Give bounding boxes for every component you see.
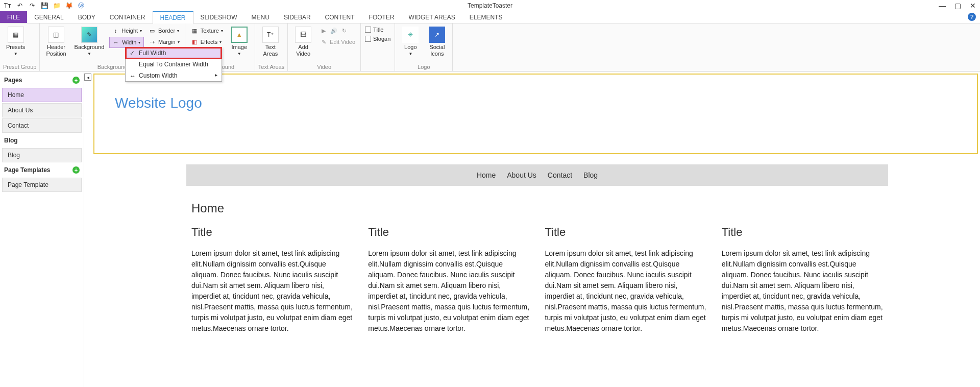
website-logo-text[interactable]: Website Logo — [115, 95, 957, 111]
tab-body[interactable]: BODY — [71, 11, 103, 23]
sidebar-item-template[interactable]: Page Template — [2, 178, 82, 192]
wordpress-icon[interactable]: ⓦ — [77, 1, 86, 10]
nav-link-contact[interactable]: Contact — [548, 171, 572, 179]
help-icon[interactable]: ? — [968, 13, 976, 21]
share-icon: ↗ — [429, 27, 445, 43]
ribbon-group-title-slogan: Title Slogan — [361, 23, 395, 71]
ribbon-group-logo: ✳ Logo ▼ ↗ Social Icons Logo — [395, 23, 453, 71]
restore-icon[interactable]: ▢ — [952, 1, 963, 11]
design-canvas[interactable]: ◂ Website Logo Home About Us Contact Blo… — [84, 71, 980, 387]
sidebar-item-home[interactable]: Home — [2, 88, 82, 102]
ribbon-group-presets: ▦ Presets ▼ Preset Group — [0, 23, 40, 71]
tab-header[interactable]: HEADER — [153, 11, 193, 23]
height-icon: ↕ — [111, 27, 119, 35]
tab-general[interactable]: GENERAL — [27, 11, 70, 23]
column-2[interactable]: Title Lorem ipsum dolor sit amet, test l… — [368, 226, 529, 334]
sidebar-item-blog[interactable]: Blog — [2, 148, 82, 162]
width-button[interactable]: ↔Width ▾ — [109, 37, 144, 48]
save-icon[interactable]: 💾 — [40, 1, 49, 10]
chevron-down-icon: ▼ — [14, 52, 18, 56]
text-tool-icon[interactable]: Tᴛ — [3, 1, 12, 10]
logo-button[interactable]: ✳ Logo ▼ — [398, 26, 423, 63]
texture-button[interactable]: ▦Texture ▾ — [188, 26, 225, 36]
presets-button[interactable]: ▦ Presets ▼ — [3, 26, 28, 63]
add-page-button[interactable]: + — [72, 77, 80, 84]
page-heading[interactable]: Home — [191, 201, 888, 215]
sidebar-header-blog: Blog — [2, 134, 82, 147]
tab-elements[interactable]: ELEMENTS — [462, 11, 510, 23]
dropdown-item-equal-container[interactable]: Equal To Container Width — [126, 59, 222, 70]
tab-footer[interactable]: FOOTER — [362, 11, 402, 23]
folder-icon[interactable]: 📁 — [52, 1, 61, 10]
presets-icon: ▦ — [8, 27, 24, 43]
tab-container[interactable]: CONTAINER — [103, 11, 153, 23]
column-text: Lorem ipsum dolor sit amet, test link ad… — [191, 248, 353, 334]
chevron-down-icon: ▼ — [408, 52, 412, 56]
content-region: Home About Us Contact Blog Home Title Lo… — [186, 164, 888, 334]
add-video-button[interactable]: 🎞 Add Video — [291, 26, 315, 63]
texture-icon: ▦ — [190, 27, 199, 35]
redo-icon[interactable]: ↷ — [28, 1, 37, 10]
chevron-down-icon: ▼ — [87, 52, 91, 56]
border-icon: ▭ — [148, 27, 156, 35]
menu-bar: FILE GENERAL BODY CONTAINER HEADER SLIDE… — [0, 11, 980, 23]
quick-access-toolbar: Tᴛ ↶ ↷ 💾 📁 🦊 ⓦ — [0, 0, 89, 11]
tab-sidebar[interactable]: SIDEBAR — [277, 11, 318, 23]
dropdown-item-custom-width[interactable]: ↔ Custom Width — [126, 70, 222, 81]
border-button[interactable]: ▭Border ▾ — [146, 26, 182, 36]
sidebar-item-contact[interactable]: Contact — [2, 118, 82, 133]
collapse-sidebar-handle[interactable]: ◂ — [84, 74, 91, 81]
background-button[interactable]: ✎ Background ▼ — [71, 26, 108, 63]
text-areas-button[interactable]: T⁺ Text Areas — [258, 26, 283, 63]
header-region[interactable]: Website Logo — [93, 74, 978, 154]
margin-icon: ⇢ — [148, 38, 156, 46]
tab-menu[interactable]: MENU — [244, 11, 277, 23]
dropdown-item-full-width[interactable]: ✓ Full Width — [126, 47, 222, 59]
logo-icon: ✳ — [402, 27, 419, 43]
loop-icon: ↻ — [340, 27, 348, 35]
workspace: Pages + Home About Us Contact Blog Blog … — [0, 71, 980, 387]
column-4[interactable]: Title Lorem ipsum dolor sit amet, test l… — [722, 226, 883, 334]
column-text: Lorem ipsum dolor sit amet, test link ad… — [368, 248, 529, 334]
height-button[interactable]: ↕Height ▾ — [109, 26, 144, 36]
add-template-button[interactable]: + — [72, 166, 80, 174]
tab-widget-areas[interactable]: WIDGET AREAS — [402, 11, 462, 23]
tab-content[interactable]: CONTENT — [318, 11, 362, 23]
image-button[interactable]: ▲ Image ▼ — [227, 26, 252, 63]
title-checkbox[interactable]: Title — [364, 26, 391, 34]
edit-video-button: ✎Edit Video — [317, 37, 357, 47]
preview-nav-bar: Home About Us Contact Blog — [186, 164, 888, 186]
background-icon: ✎ — [81, 27, 97, 43]
chevron-down-icon: ▼ — [237, 52, 241, 56]
nav-link-blog[interactable]: Blog — [583, 171, 598, 179]
tab-slideshow[interactable]: SLIDESHOW — [193, 11, 244, 23]
sidebar-header-pages: Pages + — [2, 74, 82, 87]
ribbon-group-text-areas: T⁺ Text Areas Text Areas — [255, 23, 288, 71]
width-dropdown-menu: ✓ Full Width Equal To Container Width ↔ … — [125, 47, 222, 82]
header-position-button[interactable]: ◫ Header Position — [43, 26, 69, 63]
sound-icon: 🔊 — [330, 27, 338, 35]
sidebar-item-about[interactable]: About Us — [2, 103, 82, 117]
column-3[interactable]: Title Lorem ipsum dolor sit amet, test l… — [545, 226, 706, 334]
check-icon: ✓ — [130, 50, 135, 57]
nav-link-home[interactable]: Home — [477, 171, 496, 179]
column-title: Title — [191, 226, 353, 239]
column-text: Lorem ipsum dolor sit amet, test link ad… — [545, 248, 706, 334]
undo-icon[interactable]: ↶ — [15, 1, 24, 10]
file-tab[interactable]: FILE — [0, 11, 27, 23]
custom-width-icon: ↔ — [129, 72, 137, 80]
close-icon[interactable]: ✕ — [968, 1, 978, 11]
title-bar: Tᴛ ↶ ↷ 💾 📁 🦊 ⓦ TemplateToaster — ▢ ✕ — [0, 0, 980, 11]
column-1[interactable]: Title Lorem ipsum dolor sit amet, test l… — [191, 226, 353, 334]
column-title: Title — [545, 226, 706, 239]
column-title: Title — [368, 226, 529, 239]
browser-icon[interactable]: 🦊 — [64, 1, 74, 10]
margin-button[interactable]: ⇢Margin ▾ — [146, 37, 182, 47]
social-icons-button[interactable]: ↗ Social Icons — [425, 26, 449, 63]
nav-link-about[interactable]: About Us — [507, 171, 536, 179]
effects-icon: ◧ — [190, 38, 199, 46]
minimize-icon[interactable]: — — [937, 1, 947, 11]
app-title: TemplateToaster — [468, 2, 512, 9]
effects-button[interactable]: ◧Effects ▾ — [188, 37, 225, 47]
slogan-checkbox[interactable]: Slogan — [364, 35, 391, 43]
